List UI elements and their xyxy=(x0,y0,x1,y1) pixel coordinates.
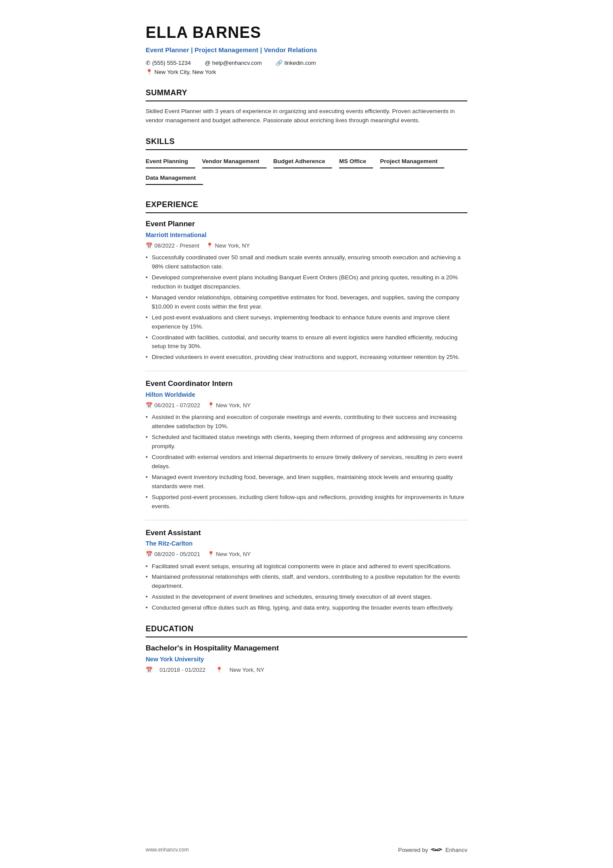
resume-page: ELLA BARNES Event Planner | Project Mana… xyxy=(120,0,493,868)
linkedin-icon: 🔗 xyxy=(276,59,283,67)
calendar-icon: 📅 xyxy=(146,666,153,674)
summary-section: SUMMARY Skilled Event Planner with 3 yea… xyxy=(146,87,467,125)
pin-icon: 📍 xyxy=(216,666,223,674)
job-date: 📅 06/2021 - 07/2022 xyxy=(146,401,200,410)
summary-title: SUMMARY xyxy=(146,87,467,101)
job-meta: 📅 06/2021 - 07/2022📍 New York, NY xyxy=(146,401,467,410)
bullet-item: Coordinated with external vendors and in… xyxy=(146,453,467,471)
skill-item: Data Management xyxy=(146,172,203,185)
bullet-item: Successfully coordinated over 50 small a… xyxy=(146,253,467,271)
bullet-item: Directed volunteers in event execution, … xyxy=(146,353,467,362)
experience-section: EXPERIENCE Event PlannerMarriott Interna… xyxy=(146,199,467,613)
job-date: 📅 08/2020 - 05/2021 xyxy=(146,550,200,559)
bullet-list: Facilitated small event setups, ensuring… xyxy=(146,562,467,613)
location-text: New York City, New York xyxy=(154,68,216,77)
job-location: 📍 New York, NY xyxy=(207,550,251,559)
job-title: Event Coordinator Intern xyxy=(146,378,467,389)
job-meta: 📅 08/2020 - 05/2021📍 New York, NY xyxy=(146,550,467,559)
job-title: Event Planner xyxy=(146,218,467,230)
edu-meta: 📅 01/2018 - 01/2022 📍 New York, NY xyxy=(146,666,467,674)
job-entry: Event Coordinator InternHilton Worldwide… xyxy=(146,378,467,511)
bullet-item: Supported post-event processes, includin… xyxy=(146,493,467,511)
skills-section: SKILLS Event PlanningVendor ManagementBu… xyxy=(146,136,467,189)
edu-degree: Bachelor's in Hospitality Management xyxy=(146,643,467,654)
company-name: The Ritz-Carlton xyxy=(146,539,467,548)
job-date: 📅 08/2022 - Present xyxy=(146,241,199,250)
footer-brand: Powered by Enhancv xyxy=(398,846,467,855)
brand-name: Enhancv xyxy=(445,846,467,855)
location-row: 📍 New York City, New York xyxy=(146,68,467,77)
location-icon: 📍 xyxy=(146,68,153,77)
education-container: Bachelor's in Hospitality ManagementNew … xyxy=(146,643,467,674)
company-name: Marriott International xyxy=(146,231,467,240)
calendar-icon: 📅 xyxy=(146,401,153,410)
experience-title: EXPERIENCE xyxy=(146,199,467,213)
education-title: EDUCATION xyxy=(146,623,467,637)
calendar-icon: 📅 xyxy=(146,241,153,250)
email-icon: @ xyxy=(205,59,210,67)
bullet-item: Maintained professional relationships wi… xyxy=(146,573,467,591)
enhancv-logo-icon xyxy=(430,846,443,853)
pin-icon: 📍 xyxy=(207,401,214,410)
linkedin-url: linkedin.com xyxy=(284,59,316,67)
skill-item: Event Planning xyxy=(146,155,195,168)
linkedin-contact: 🔗 linkedin.com xyxy=(276,59,316,67)
contact-row: ✆ (555) 555-1234 @ help@enhancv.com 🔗 li… xyxy=(146,59,467,67)
job-separator xyxy=(146,371,467,371)
skills-title: SKILLS xyxy=(146,136,467,150)
bullet-item: Assisted in the planning and execution o… xyxy=(146,413,467,431)
location-contact: 📍 New York City, New York xyxy=(146,68,216,77)
pin-icon: 📍 xyxy=(207,550,214,559)
bullet-item: Coordinated with facilities, custodial, … xyxy=(146,333,467,352)
skill-item: Project Management xyxy=(380,155,444,168)
phone-icon: ✆ xyxy=(146,59,150,67)
powered-by-text: Powered by xyxy=(398,846,428,855)
candidate-name: ELLA BARNES xyxy=(146,21,467,44)
job-location: 📍 New York, NY xyxy=(206,241,250,250)
calendar-icon: 📅 xyxy=(146,550,153,559)
education-section: EDUCATION Bachelor's in Hospitality Mana… xyxy=(146,623,467,674)
phone-number: (555) 555-1234 xyxy=(152,59,191,67)
page-footer: www.enhancv.com Powered by Enhancv xyxy=(146,846,467,855)
jobs-container: Event PlannerMarriott International📅 08/… xyxy=(146,218,467,613)
bullet-list: Assisted in the planning and execution o… xyxy=(146,413,467,511)
bullet-item: Assisted in the development of event tim… xyxy=(146,593,467,602)
phone-contact: ✆ (555) 555-1234 xyxy=(146,59,191,67)
company-name: Hilton Worldwide xyxy=(146,390,467,399)
bullet-item: Scheduled and facilitated status meeting… xyxy=(146,433,467,451)
job-location: 📍 New York, NY xyxy=(207,401,251,410)
job-entry: Event AssistantThe Ritz-Carlton📅 08/2020… xyxy=(146,527,467,613)
job-title: Event Assistant xyxy=(146,527,467,539)
summary-text: Skilled Event Planner with 3 years of ex… xyxy=(146,107,467,125)
skill-item: Budget Adherence xyxy=(273,155,333,168)
edu-school: New York University xyxy=(146,655,467,664)
email-address: help@enhancv.com xyxy=(212,59,262,67)
bullet-item: Led post-event evaluations and client su… xyxy=(146,313,467,332)
bullet-item: Facilitated small event setups, ensuring… xyxy=(146,562,467,571)
bullet-item: Conducted general office duties such as … xyxy=(146,603,467,613)
bullet-item: Developed comprehensive event plans incl… xyxy=(146,273,467,292)
bullet-list: Successfully coordinated over 50 small a… xyxy=(146,253,467,362)
job-entry: Event PlannerMarriott International📅 08/… xyxy=(146,218,467,362)
pin-icon: 📍 xyxy=(206,241,213,250)
email-contact: @ help@enhancv.com xyxy=(205,59,262,67)
skill-item: MS Office xyxy=(339,155,373,168)
job-meta: 📅 08/2022 - Present📍 New York, NY xyxy=(146,241,467,250)
header: ELLA BARNES Event Planner | Project Mana… xyxy=(146,21,467,77)
bullet-item: Managed event inventory including food, … xyxy=(146,473,467,491)
candidate-title: Event Planner | Project Management | Ven… xyxy=(146,45,467,55)
skill-item: Vendor Management xyxy=(202,155,267,168)
skills-container: Event PlanningVendor ManagementBudget Ad… xyxy=(146,155,467,189)
edu-entry: Bachelor's in Hospitality ManagementNew … xyxy=(146,643,467,674)
bullet-item: Managed vendor relationships, obtaining … xyxy=(146,293,467,312)
footer-website: www.enhancv.com xyxy=(146,846,189,854)
job-separator xyxy=(146,520,467,520)
